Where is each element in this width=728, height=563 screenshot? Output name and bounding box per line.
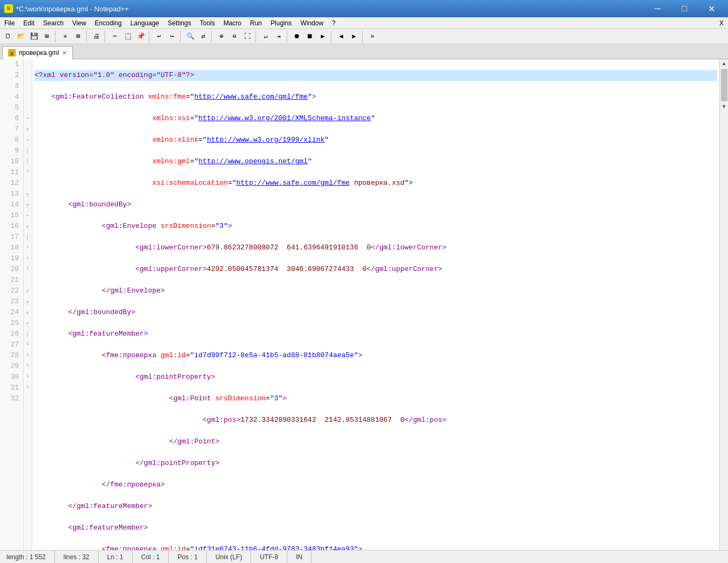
fold-14[interactable]: ┬ — [24, 199, 31, 210]
minimize-button[interactable]: ─ — [645, 0, 670, 17]
line-num-22: 22 — [4, 286, 19, 296]
tb-new[interactable]: 🗋 — [2, 31, 14, 43]
tab-file[interactable]: g проверка.gml ✕ — [2, 46, 73, 59]
menu-plugins[interactable]: Plugins — [266, 17, 296, 29]
toolbar-sep-3 — [105, 31, 107, 43]
toolbar-sep-6 — [211, 31, 213, 43]
menu-window[interactable]: Window — [296, 17, 328, 29]
maximize-button[interactable]: □ — [672, 0, 697, 17]
code-line-23: <fme:проверка gml:id="idf31e6743-11b6-4f… — [34, 544, 717, 550]
tb-save-all[interactable]: ⊞ — [41, 31, 53, 43]
code-line-19: </gml:pointProperty> — [34, 458, 717, 469]
menu-macro[interactable]: Macro — [219, 17, 246, 29]
menu-encoding[interactable]: Encoding — [91, 17, 126, 29]
line-num-28: 28 — [4, 350, 19, 361]
window-controls: ─ □ ✕ — [645, 0, 724, 17]
scroll-down-arrow[interactable]: ▼ — [720, 102, 729, 111]
tb-cut[interactable]: ✂ — [109, 31, 121, 43]
tb-undo[interactable]: ↩ — [153, 31, 165, 43]
line-num-21: 21 — [4, 275, 19, 286]
status-length: length : 1 552 — [4, 551, 55, 563]
tb-redo[interactable]: ↪ — [166, 31, 178, 43]
line-num-11: 11 — [4, 167, 19, 178]
code-line-10: <gml:upperCorner>4292.050045781374 3046.… — [34, 264, 717, 275]
tb-more[interactable]: » — [366, 31, 378, 43]
scroll-thumb[interactable] — [721, 69, 727, 101]
tb-close-all[interactable]: ⊠ — [72, 31, 84, 43]
tb-paste[interactable]: 📌 — [135, 31, 147, 43]
code-line-7: <gml:boundedBy> — [34, 199, 717, 210]
fold-15[interactable]: ─ — [24, 210, 31, 221]
fold-margin: ─ ┬ ─ │ │ └ ┬ ┬ ─ ┬ │ └ └ └ ┬ ┬ ┬ ┬ │ └ … — [24, 59, 32, 550]
status-encoding: UTF-8 — [251, 551, 287, 563]
fold-26: │ — [24, 329, 31, 339]
toolbar-sep-1 — [55, 31, 57, 43]
menu-settings[interactable]: Settings — [163, 17, 195, 29]
fold-7[interactable]: ┬ — [24, 124, 31, 135]
code-line-11: </gml:Envelope> — [34, 286, 717, 296]
editor-container: 1 2 3 4 5 6 7 8 9 10 11 12 13 14 15 16 1… — [0, 59, 728, 550]
scroll-up-arrow[interactable]: ▲ — [720, 59, 729, 68]
tb-replace[interactable]: ⇄ — [197, 31, 209, 43]
tb-next-bookmark[interactable]: ▶ — [348, 31, 360, 43]
fold-8[interactable]: ─ — [24, 135, 31, 145]
menu-file[interactable]: File — [0, 17, 19, 29]
tb-zoom-in[interactable]: ⊕ — [216, 31, 227, 43]
fold-24[interactable]: ┬ — [24, 307, 31, 318]
menu-edit[interactable]: Edit — [19, 17, 39, 29]
tab-close-btn[interactable]: ✕ — [62, 50, 67, 57]
tb-save[interactable]: 💾 — [28, 31, 40, 43]
tb-macro-record[interactable]: ⏺ — [291, 31, 303, 43]
tb-macro-stop[interactable]: ⏹ — [304, 31, 316, 43]
fold-21 — [24, 275, 31, 286]
menu-view[interactable]: View — [68, 17, 91, 29]
fold-19: └ — [24, 253, 31, 264]
fold-16[interactable]: ┬ — [24, 221, 31, 232]
fold-6[interactable]: ─ — [24, 113, 31, 124]
code-line-4: xmlns:xlink="http://www.w3.org/1999/xlin… — [34, 135, 717, 145]
menu-help[interactable]: ? — [328, 17, 340, 29]
fold-25[interactable]: ┬ — [24, 318, 31, 329]
fold-13[interactable]: ┬ — [24, 189, 31, 199]
line-num-7: 7 — [4, 124, 19, 135]
menu-run[interactable]: Run — [246, 17, 266, 29]
tab-bar: g проверка.gml ✕ — [0, 44, 728, 59]
tb-print[interactable]: 🖨 — [91, 31, 102, 43]
menu-search[interactable]: Search — [39, 17, 68, 29]
menu-tools[interactable]: Tools — [196, 17, 219, 29]
fold-20: └ — [24, 264, 31, 275]
code-line-21: </gml:featureMember> — [34, 501, 717, 512]
menu-close-x[interactable]: X — [715, 18, 728, 28]
code-line-15: <gml:pointProperty> — [34, 372, 717, 383]
line-num-30: 30 — [4, 372, 19, 383]
tb-macro-play[interactable]: ▶ — [317, 31, 329, 43]
code-area[interactable]: <?xml version="1.0" encoding="UTF-8"?> <… — [32, 59, 719, 550]
line-num-4: 4 — [4, 92, 19, 102]
tb-copy[interactable]: 📋 — [122, 31, 134, 43]
tb-zoom-out[interactable]: ⊖ — [228, 31, 240, 43]
fold-22[interactable]: ┬ — [24, 286, 31, 296]
tb-close[interactable]: ✕ — [59, 31, 71, 43]
close-button[interactable]: ✕ — [699, 0, 724, 17]
code-line-20: </fme:проверка> — [34, 479, 717, 490]
fold-29: └ — [24, 361, 31, 372]
code-line-17: <gml:pos>1732.3342890331642 2142.8531488… — [34, 415, 717, 426]
tb-full-screen[interactable]: ⛶ — [241, 31, 253, 43]
vertical-scrollbar[interactable]: ▲ ▼ — [719, 59, 728, 550]
menu-bar: File Edit Search View Encoding Language … — [0, 17, 728, 29]
tb-prev-bookmark[interactable]: ◀ — [335, 31, 347, 43]
line-num-14: 14 — [4, 199, 19, 210]
line-num-26: 26 — [4, 329, 19, 339]
tb-indent[interactable]: ⇥ — [273, 31, 285, 43]
code-line-6: xsi:schemaLocation="http://www.safe.com/… — [34, 178, 717, 189]
status-eol: Unix (LF) — [207, 551, 251, 563]
code-line-8: <gml:Envelope srsDimension="3"> — [34, 221, 717, 232]
tb-open[interactable]: 📂 — [15, 31, 27, 43]
tb-wrap[interactable]: ↵ — [260, 31, 272, 43]
fold-23[interactable]: ┬ — [24, 296, 31, 307]
menu-language[interactable]: Language — [126, 17, 163, 29]
app-icon: N — [4, 4, 13, 13]
status-ins: IN — [287, 551, 311, 563]
tb-find[interactable]: 🔍 — [184, 31, 196, 43]
line-num-5: 5 — [4, 102, 19, 113]
